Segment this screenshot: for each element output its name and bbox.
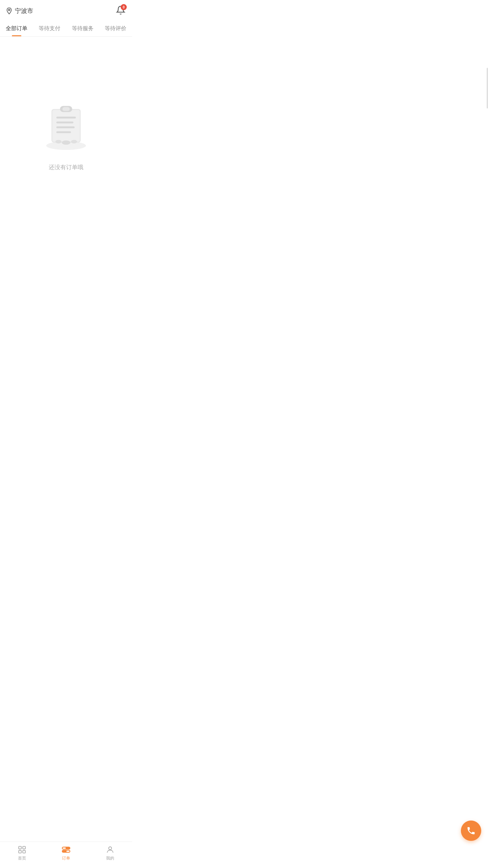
tab-pending-payment[interactable]: 等待支付 xyxy=(33,20,66,36)
svg-rect-8 xyxy=(56,126,75,128)
empty-state-illustration xyxy=(36,92,97,153)
location-area[interactable]: 宁波市 xyxy=(5,7,33,15)
svg-rect-9 xyxy=(56,131,71,133)
empty-state-text: 还没有订单哦 xyxy=(49,163,83,171)
notification-area[interactable]: 0 xyxy=(116,5,125,16)
svg-point-12 xyxy=(71,140,77,143)
tab-pending-review[interactable]: 等待评价 xyxy=(99,20,133,36)
svg-point-0 xyxy=(8,9,10,11)
notification-badge: 0 xyxy=(121,4,127,10)
location-text: 宁波市 xyxy=(15,7,33,15)
svg-rect-7 xyxy=(56,121,73,123)
svg-rect-6 xyxy=(56,117,76,118)
location-icon xyxy=(5,7,13,15)
svg-rect-3 xyxy=(53,110,80,142)
svg-point-11 xyxy=(62,140,70,145)
svg-point-10 xyxy=(56,140,62,143)
main-content: 还没有订单哦 xyxy=(0,37,132,240)
tab-pending-service[interactable]: 等待服务 xyxy=(66,20,99,36)
tab-all-orders[interactable]: 全部订单 xyxy=(0,20,33,36)
header: 宁波市 0 xyxy=(0,0,132,20)
svg-rect-5 xyxy=(62,107,70,111)
tabs-bar: 全部订单 等待支付 等待服务 等待评价 xyxy=(0,20,132,37)
